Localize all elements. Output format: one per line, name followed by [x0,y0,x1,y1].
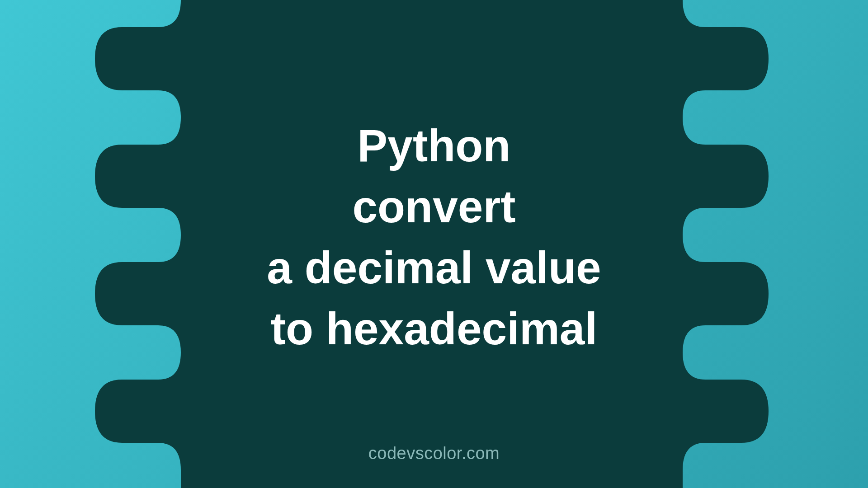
title-line-3: a decimal value [267,242,601,293]
main-title: Python convert a decimal value to hexade… [267,115,601,359]
title-line-2: convert [352,181,515,232]
title-line-1: Python [358,120,511,171]
title-line-4: to hexadecimal [271,303,598,354]
watermark-text: codevscolor.com [368,444,500,463]
content-container: Python convert a decimal value to hexade… [0,0,868,488]
